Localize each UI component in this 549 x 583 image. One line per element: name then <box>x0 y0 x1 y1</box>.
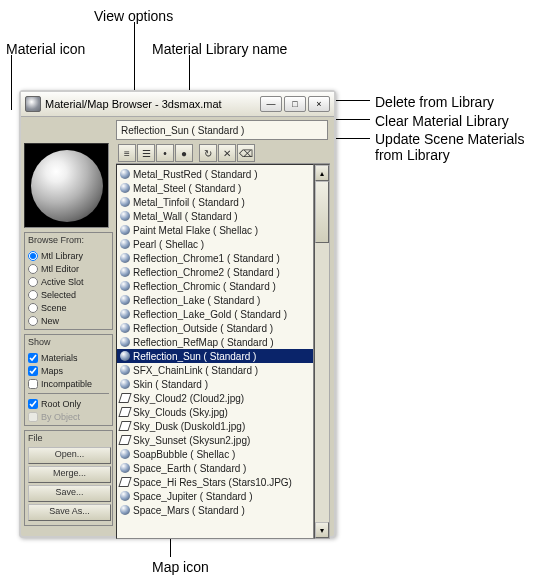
list-item[interactable]: Reflection_Sun ( Standard ) <box>117 349 313 363</box>
option-label: New <box>41 316 59 326</box>
callout-map-icon: Map icon <box>152 559 209 575</box>
material-icon <box>120 463 130 473</box>
browse-from-panel: Browse From: Mtl LibraryMtl EditorActive… <box>24 232 113 330</box>
option-label: By Object <box>41 412 80 422</box>
radio-input[interactable] <box>28 264 38 274</box>
view-list-button[interactable]: ☰ <box>137 144 155 162</box>
delete-from-library-button[interactable]: ✕ <box>218 144 236 162</box>
radio-input[interactable] <box>28 290 38 300</box>
callout-update: Update Scene Materials from Library <box>375 131 535 163</box>
list-item-label: Space_Mars ( Standard ) <box>133 505 245 516</box>
material-icon <box>120 309 130 319</box>
list-item-label: SFX_ChainLink ( Standard ) <box>133 365 258 376</box>
list-item[interactable]: Metal_Tinfoil ( Standard ) <box>117 195 313 209</box>
app-icon <box>25 96 41 112</box>
list-item[interactable]: Reflection_Lake ( Standard ) <box>117 293 313 307</box>
update-scene-button[interactable]: ↻ <box>199 144 217 162</box>
file-button[interactable]: Merge... <box>28 466 111 483</box>
list-item[interactable]: Space_Hi Res_Stars (Stars10.JPG) <box>117 475 313 489</box>
leader-line <box>11 55 12 110</box>
file-button[interactable]: Save... <box>28 485 111 502</box>
show-option[interactable]: Maps <box>28 364 109 377</box>
view-icons-small-button[interactable]: • <box>156 144 174 162</box>
material-icon <box>120 323 130 333</box>
list-item-label: SoapBubble ( Shellac ) <box>133 449 235 460</box>
list-item[interactable]: Space_Earth ( Standard ) <box>117 461 313 475</box>
radio-input[interactable] <box>28 316 38 326</box>
map-icon <box>118 393 131 403</box>
browse-from-option[interactable]: Active Slot <box>28 275 109 288</box>
list-item[interactable]: Metal_RustRed ( Standard ) <box>117 167 313 181</box>
show-title: Show <box>25 335 112 349</box>
list-item[interactable]: Reflection_Chrome2 ( Standard ) <box>117 265 313 279</box>
list-item[interactable]: Reflection_Chrome1 ( Standard ) <box>117 251 313 265</box>
list-item[interactable]: Sky_Sunset (Skysun2.jpg) <box>117 433 313 447</box>
browse-from-option[interactable]: Mtl Editor <box>28 262 109 275</box>
material-list[interactable]: Metal_RustRed ( Standard )Metal_Steel ( … <box>116 164 314 539</box>
show-option[interactable]: Incompatible <box>28 377 109 390</box>
list-item[interactable]: Sky_Cloud2 (Cloud2.jpg) <box>117 391 313 405</box>
browse-from-option[interactable]: Scene <box>28 301 109 314</box>
list-item[interactable]: Space_Mars ( Standard ) <box>117 503 313 517</box>
file-button[interactable]: Open... <box>28 447 111 464</box>
list-item[interactable]: Sky_Clouds (Sky.jpg) <box>117 405 313 419</box>
minimize-button[interactable]: — <box>260 96 282 112</box>
material-icon <box>120 505 130 515</box>
material-icon <box>120 211 130 221</box>
radio-input[interactable] <box>28 303 38 313</box>
view-list-small-button[interactable]: ≡ <box>118 144 136 162</box>
browse-from-option[interactable]: Mtl Library <box>28 249 109 262</box>
radio-input[interactable] <box>28 251 38 261</box>
list-item[interactable]: Reflection_RefMap ( Standard ) <box>117 335 313 349</box>
option-label: Selected <box>41 290 76 300</box>
show-option[interactable]: Materials <box>28 351 109 364</box>
view-icons-large-button[interactable]: ● <box>175 144 193 162</box>
map-icon <box>118 435 131 445</box>
titlebar[interactable]: Material/Map Browser - 3dsmax.mat — □ × <box>21 92 334 117</box>
option-label: Scene <box>41 303 67 313</box>
window-title: Material/Map Browser - 3dsmax.mat <box>45 98 260 110</box>
list-item[interactable]: Pearl ( Shellac ) <box>117 237 313 251</box>
scroll-up-button[interactable]: ▴ <box>315 165 329 181</box>
checkbox-input[interactable] <box>28 379 38 389</box>
callout-material-icon: Material icon <box>6 41 85 57</box>
material-icon <box>120 239 130 249</box>
list-item[interactable]: Metal_Wall ( Standard ) <box>117 209 313 223</box>
option-label: Materials <box>41 353 78 363</box>
list-item[interactable]: Reflection_Chromic ( Standard ) <box>117 279 313 293</box>
close-button[interactable]: × <box>308 96 330 112</box>
checkbox-input[interactable] <box>28 366 38 376</box>
list-scrollbar[interactable]: ▴ ▾ <box>314 164 330 539</box>
browse-from-option[interactable]: New <box>28 314 109 327</box>
radio-input[interactable] <box>28 277 38 287</box>
list-item[interactable]: Paint Metal Flake ( Shellac ) <box>117 223 313 237</box>
list-item[interactable]: SFX_ChainLink ( Standard ) <box>117 363 313 377</box>
list-item[interactable]: Skin ( Standard ) <box>117 377 313 391</box>
checkbox-input[interactable] <box>28 353 38 363</box>
material-icon <box>120 183 130 193</box>
scroll-track[interactable] <box>315 181 329 522</box>
browse-from-option[interactable]: Selected <box>28 288 109 301</box>
scroll-down-button[interactable]: ▾ <box>315 522 329 538</box>
map-icon <box>118 421 131 431</box>
list-item[interactable]: Sky_Dusk (Duskold1.jpg) <box>117 419 313 433</box>
option-label: Active Slot <box>41 277 84 287</box>
browse-from-title: Browse From: <box>25 233 112 247</box>
material-icon <box>120 365 130 375</box>
list-item[interactable]: Reflection_Lake_Gold ( Standard ) <box>117 307 313 321</box>
list-item[interactable]: Metal_Steel ( Standard ) <box>117 181 313 195</box>
list-item-label: Reflection_Lake_Gold ( Standard ) <box>133 309 287 320</box>
checkbox-input[interactable] <box>28 399 38 409</box>
list-item-label: Metal_Tinfoil ( Standard ) <box>133 197 245 208</box>
show-option[interactable]: Root Only <box>28 397 109 410</box>
list-item[interactable]: Space_Jupiter ( Standard ) <box>117 489 313 503</box>
maximize-button[interactable]: □ <box>284 96 306 112</box>
list-item[interactable]: SoapBubble ( Shellac ) <box>117 447 313 461</box>
clear-library-button[interactable]: ⌫ <box>237 144 255 162</box>
list-item-label: Reflection_RefMap ( Standard ) <box>133 337 274 348</box>
file-button[interactable]: Save As... <box>28 504 111 521</box>
scroll-thumb[interactable] <box>315 181 329 243</box>
option-label: Mtl Library <box>41 251 83 261</box>
list-item-label: Metal_Steel ( Standard ) <box>133 183 241 194</box>
list-item[interactable]: Reflection_Outside ( Standard ) <box>117 321 313 335</box>
